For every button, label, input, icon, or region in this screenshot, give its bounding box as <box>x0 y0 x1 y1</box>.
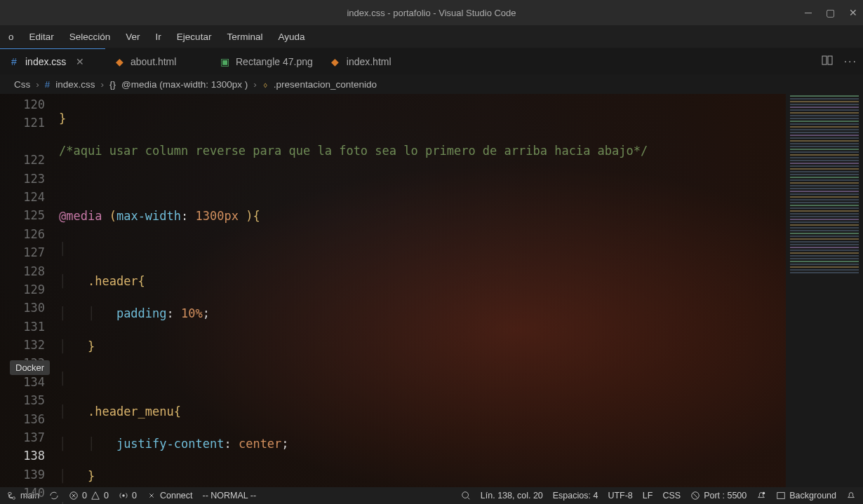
menu-item-ayuda[interactable]: Ayuda <box>272 29 310 45</box>
tab-actions: ··· <box>822 48 857 74</box>
breadcrumb-folder[interactable]: Css <box>14 79 30 90</box>
maximize-button[interactable]: ▢ <box>826 7 835 18</box>
window-controls: ─ ▢ ✕ <box>805 7 857 18</box>
symbol-icon: ⬨ <box>262 79 268 90</box>
menu-item[interactable]: o <box>3 29 20 45</box>
sync-indicator[interactable] <box>49 491 59 500</box>
breadcrumb-selector[interactable]: .presentacion_contenido <box>274 79 377 90</box>
window-title: index.css - portafolio - Visual Studio C… <box>347 8 516 18</box>
window-titlebar: index.css - portafolio - Visual Studio C… <box>0 0 863 25</box>
code-editor[interactable]: Docker 120 121 122 123 124 125 126 127 1… <box>0 94 863 487</box>
close-tab-icon[interactable]: ✕ <box>76 56 84 67</box>
minimize-button[interactable]: ─ <box>805 7 812 18</box>
minimap[interactable] <box>786 94 863 487</box>
chevron-right-icon: › <box>101 79 105 90</box>
line-numbers-gutter: 120 121 122 123 124 125 126 127 128 129 … <box>0 94 59 487</box>
html-file-icon: ◆ <box>330 56 341 67</box>
code-content[interactable]: } /*aqui usar column reverse para que la… <box>59 94 786 487</box>
menu-item-seleccion[interactable]: Selección <box>64 29 116 45</box>
braces-icon: {} <box>109 79 116 90</box>
html-file-icon: ◆ <box>114 56 125 67</box>
editor-tabs: # index.css ✕ ◆ about.html ▣ Rectangle 4… <box>0 48 863 74</box>
image-file-icon: ▣ <box>219 56 230 67</box>
menu-item-terminal[interactable]: Terminal <box>221 29 268 45</box>
tab-rectangle-png[interactable]: ▣ Rectangle 47.png <box>210 48 321 74</box>
css-file-icon: # <box>8 56 20 67</box>
split-editor-icon[interactable] <box>822 55 833 69</box>
menu-item-ver[interactable]: Ver <box>120 29 145 45</box>
tab-label: Rectangle 47.png <box>236 56 313 67</box>
tab-label: index.html <box>347 56 392 67</box>
bell-icon[interactable] <box>846 491 856 500</box>
menu-item-ejecutar[interactable]: Ejecutar <box>171 29 218 45</box>
tab-index-css[interactable]: # index.css ✕ <box>0 48 105 74</box>
css-file-icon: # <box>45 79 51 90</box>
menu-bar: o Editar Selección Ver Ir Ejecutar Termi… <box>0 25 863 48</box>
tab-label: about.html <box>131 56 176 67</box>
tab-about-html[interactable]: ◆ about.html <box>105 48 210 74</box>
breadcrumb[interactable]: Css › # index.css › {} @media (max-width… <box>0 74 863 94</box>
close-button[interactable]: ✕ <box>849 7 857 18</box>
svg-rect-0 <box>822 56 827 64</box>
chevron-right-icon: › <box>253 79 257 90</box>
docker-tooltip: Docker <box>10 360 50 375</box>
svg-rect-1 <box>828 56 832 64</box>
chevron-right-icon: › <box>36 79 39 90</box>
tab-label: index.css <box>25 56 66 67</box>
breadcrumb-file[interactable]: index.css <box>55 79 95 90</box>
more-actions-icon[interactable]: ··· <box>844 55 857 68</box>
breadcrumb-media[interactable]: @media (max-width: 1300px ) <box>121 79 248 90</box>
menu-item-editar[interactable]: Editar <box>24 29 60 45</box>
code-comment: /*aqui usar column reverse para que la f… <box>59 144 648 158</box>
menu-item-ir[interactable]: Ir <box>150 29 167 45</box>
tab-index-html[interactable]: ◆ index.html <box>321 48 427 74</box>
